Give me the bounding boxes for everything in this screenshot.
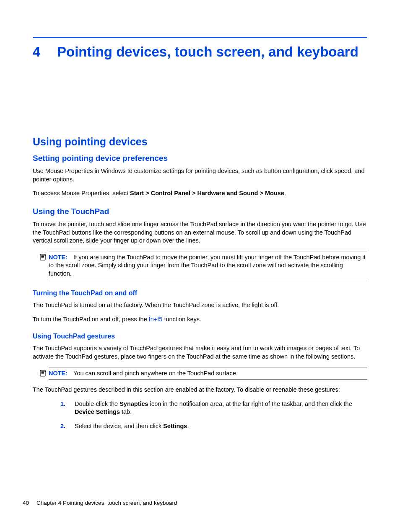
body-text: The TouchPad supports a variety of Touch… <box>33 344 367 361</box>
page-number: 40 <box>23 500 29 506</box>
note-block: NOTE:If you are using the TouchPad to mo… <box>49 251 367 281</box>
subsubsection-turning-on-off: Turning the TouchPad on and off <box>33 289 367 297</box>
note-text: If you are using the TouchPad to move th… <box>49 254 366 277</box>
subsubsection-gestures: Using TouchPad gestures <box>33 333 367 340</box>
body-text: To move the pointer, touch and slide one… <box>33 220 367 245</box>
body-text: The TouchPad gestures described in this … <box>33 386 367 394</box>
note-icon <box>40 254 47 261</box>
note-icon <box>40 370 47 377</box>
keyboard-shortcut-link[interactable]: fn+f5 <box>149 316 163 323</box>
body-text: Use Mouse Properties in Windows to custo… <box>33 167 367 183</box>
body-text: The TouchPad is turned on at the factory… <box>33 301 367 310</box>
list-item: Select the device, and then click Settin… <box>60 422 367 431</box>
chapter-title: Pointing devices, touch screen, and keyb… <box>57 43 358 60</box>
body-text: To access Mouse Properties, select Start… <box>33 189 367 198</box>
note-label: NOTE: <box>49 370 68 377</box>
subsection-setting-preferences: Setting pointing device preferences <box>33 154 367 163</box>
chapter-rule <box>33 37 367 38</box>
document-page: 4 Pointing devices, touch screen, and ke… <box>0 0 400 532</box>
chapter-number: 4 <box>33 43 57 60</box>
subsection-using-touchpad: Using the TouchPad <box>33 207 367 216</box>
note-block: NOTE:You can scroll and pinch anywhere o… <box>49 367 367 380</box>
list-item: Double-click the Synaptics icon in the n… <box>60 400 367 416</box>
chapter-heading: 4 Pointing devices, touch screen, and ke… <box>33 43 367 60</box>
ordered-steps: Double-click the Synaptics icon in the n… <box>60 400 367 431</box>
section-heading-using-pointing-devices: Using pointing devices <box>33 136 367 148</box>
footer-text: Chapter 4 Pointing devices, touch screen… <box>36 500 177 506</box>
note-label: NOTE: <box>49 254 68 261</box>
note-text: You can scroll and pinch anywhere on the… <box>73 370 238 377</box>
body-text: To turn the TouchPad on and off, press t… <box>33 315 367 324</box>
page-footer: 40Chapter 4 Pointing devices, touch scre… <box>23 500 177 506</box>
